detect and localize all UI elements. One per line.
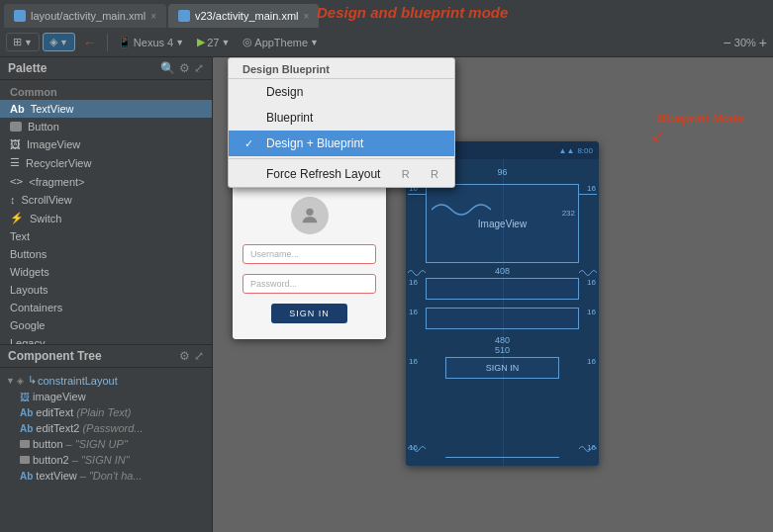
tab-close-icon[interactable]: × [150,11,156,22]
tree-item-button[interactable]: button – "SIGN UP" [0,436,212,452]
gear-icon[interactable]: ⚙ [179,61,190,75]
fragment-label: <fragment> [29,176,84,188]
tree-icon-button [20,440,30,448]
tab-v23-main[interactable]: v23/activity_main.xml × [168,4,319,28]
textview-label: TextView [31,103,74,115]
palette-item-recyclerview[interactable]: ☰ RecyclerView [0,153,212,172]
palette-category-google[interactable]: Google [0,316,212,334]
device-btn[interactable]: 📱 Nexus 4 ▼ [113,34,189,50]
theme-arrow: ▼ [310,38,319,47]
zoom-in-btn[interactable]: + [759,35,767,50]
dropdown-menu: Design Blueprint Design Blueprint ✓ Desi… [228,57,455,188]
toolbar-sep-1 [107,34,108,51]
back-btn[interactable]: ← [78,33,102,52]
phone-body: Username... Password... SIGN IN [233,181,386,339]
scrollview-label: ScrollView [22,194,72,206]
bp-dim-232: 232 [562,209,575,218]
device-label: Nexus 4 [134,37,173,48]
tab-layout-main[interactable]: layout/activity_main.xml × [4,4,166,28]
tab-label-2: v23/activity_main.xml [195,10,299,22]
bp-dim-right-16c: 16 [587,308,596,316]
tree-desc-edittext: (Plain Text) [76,406,131,418]
tree-icon-imageview: 🖼 [20,392,30,402]
tree-item-constraint[interactable]: ▼ ◈ ↳ constraintLayout [0,372,212,389]
tree-icon-edittext2: Ab [20,423,33,434]
palette-category-text[interactable]: Text [0,227,212,245]
palette-item-textview[interactable]: Ab TextView [0,100,212,118]
bp-body: 96 ImageView 408 480 510 [406,159,599,466]
dropdown-item-blueprint[interactable]: Blueprint [229,105,454,131]
sign-in-button[interactable]: SIGN IN [271,304,347,323]
design-blueprint-option-label: Design + Blueprint [266,136,363,150]
api-label: 27 [207,37,219,48]
imageview-label: ImageView [27,138,80,150]
search-icon[interactable]: 🔍 [160,61,175,75]
palette-category-common: Common [0,82,212,100]
username-input[interactable]: Username... [242,244,376,264]
tree-item-imageview[interactable]: 🖼 imageView [0,389,212,404]
tree-label-button2: button2 [33,454,69,466]
dropdown-item-design-blueprint[interactable]: ✓ Design + Blueprint [229,131,454,156]
password-input[interactable]: Password... [242,274,376,294]
dropdown-header: Design Blueprint [229,58,454,79]
theme-icon: ◎ [242,36,252,48]
palette-item-imageview[interactable]: 🖼 ImageView [0,135,212,153]
palette-category-widgets[interactable]: Widgets [0,263,212,281]
tree-label-constraint: ↳ [28,374,37,387]
bp-time: 8:00 [577,146,593,155]
tree-desc-button: – "SIGN UP" [66,438,128,450]
tree-label-button: button [33,438,63,450]
tree-icon-textview: Ab [20,471,33,482]
tree-item-textview[interactable]: Ab textView – "Don't ha... [0,468,212,484]
palette-item-fragment[interactable]: <> <fragment> [0,172,212,191]
orient-arrow: ▼ [24,38,33,47]
dropdown-item-design[interactable]: Design [229,79,454,105]
palette-item-switch[interactable]: ⚡ Switch [0,209,212,227]
tree-icon-button2 [20,456,30,464]
tab-label: layout/activity_main.xml [31,10,145,22]
theme-btn[interactable]: ◎ AppTheme ▼ [238,34,324,50]
tree-item-edittext[interactable]: Ab editText (Plain Text) [0,404,212,420]
tree-item-button2[interactable]: button2 – "SIGN IN" [0,452,212,468]
shortcut-r: R [431,168,438,180]
zoom-out-btn[interactable]: − [724,35,731,50]
tab-close-icon-2[interactable]: × [304,11,310,22]
phone-icon: 📱 [118,36,132,48]
tree-label-textview: textView [36,470,76,482]
palette-item-scrollview[interactable]: ↕ ScrollView [0,191,212,209]
api-arrow: ▼ [221,38,230,47]
zoom-level: 30% [734,37,756,48]
bp-dim-right-16b: 16 [587,278,596,287]
db-icon: ◈ [49,36,57,48]
arrow-blueprint: ↙ [651,127,664,145]
orientation-btn[interactable]: ⊞ ▼ [6,33,40,51]
tree-desc-textview: – "Don't ha... [80,470,143,482]
palette-item-button[interactable]: Button [0,118,212,135]
tree-label-imageview: imageView [33,391,86,402]
theme-label: AppTheme [254,37,308,48]
tree-icon-edittext: Ab [20,407,33,418]
palette-category-layouts[interactable]: Layouts [0,281,212,299]
button-icon [10,122,22,132]
force-refresh-shortcut: R [402,168,410,180]
api-btn[interactable]: ▶ 27 ▼ [192,34,235,50]
main-toolbar: ⊞ ▼ ◈ ▼ ← 📱 Nexus 4 ▼ ▶ 27 ▼ ◎ AppTheme … [0,28,773,57]
design-blueprint-btn[interactable]: ◈ ▼ [43,33,75,51]
tree-gear-icon[interactable]: ⚙ [179,349,190,363]
bp-wifi-icon: ▲▲ [559,146,575,155]
bp-line-right-top [579,194,597,195]
sidebar: Palette 🔍 ⚙ ⤢ Common Ab TextView Button … [0,57,213,532]
palette-category-containers[interactable]: Containers [0,299,212,316]
palette-category-buttons[interactable]: Buttons [0,245,212,263]
palette-header: Palette 🔍 ⚙ ⤢ [0,57,212,80]
palette-category-legacy[interactable]: Legacy [0,334,212,344]
tree-label-edittext2: editText2 [36,422,79,434]
bp-bottom-line [445,457,559,458]
dropdown-item-force-refresh[interactable]: Force Refresh Layout R R [229,161,454,187]
check-design-blueprint: ✓ [244,137,258,150]
textview-icon: Ab [10,103,25,115]
expand-icon[interactable]: ⤢ [194,61,204,75]
palette-list: Common Ab TextView Button 🖼 ImageView ☰ … [0,80,212,344]
tree-expand-icon[interactable]: ⤢ [194,349,204,363]
tree-item-edittext2[interactable]: Ab editText2 (Password... [0,420,212,436]
